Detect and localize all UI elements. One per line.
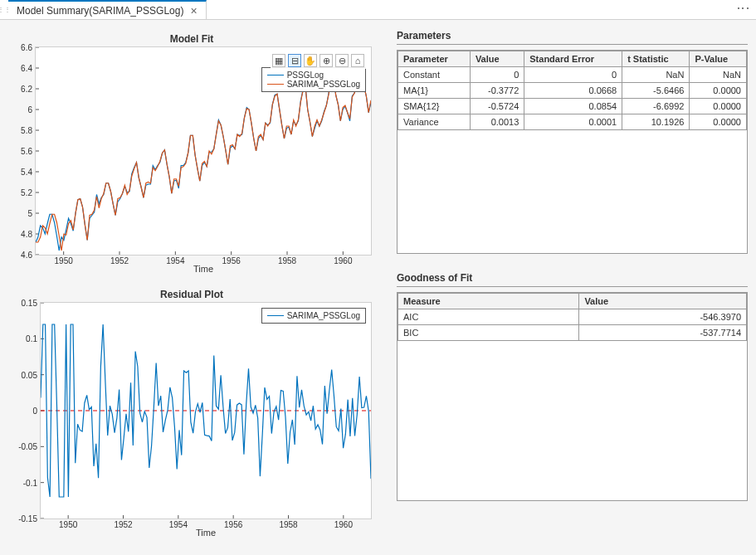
y-tick-label: 5.6 bbox=[21, 147, 36, 156]
y-tick-label: 4.6 bbox=[21, 251, 36, 260]
legend[interactable]: PSSGLog SARIMA_PSSGLog bbox=[261, 67, 366, 92]
legend-item: SARIMA_PSSGLog bbox=[267, 311, 360, 320]
column-header[interactable]: Standard Error bbox=[524, 51, 622, 67]
column-header[interactable]: P-Value bbox=[690, 51, 747, 67]
content-area: Model Fit ▦ ⊟ ✋ ⊕ ⊖ ⌂ PSSGLog SARIMA_PSS… bbox=[0, 20, 756, 555]
table-row[interactable]: MA{1}-0.37720.0668-5.64660.0000 bbox=[398, 83, 747, 99]
parameters-block: ParameterValueStandard Errort StatisticP… bbox=[397, 50, 748, 254]
y-tick-label: -0.05 bbox=[18, 442, 41, 451]
tab-label: Model Summary(SARIMA_PSSGLog) bbox=[17, 5, 183, 17]
zoom-out-icon[interactable]: ⊖ bbox=[335, 54, 349, 67]
tab-model-summary[interactable]: Model Summary(SARIMA_PSSGLog) × bbox=[8, 0, 207, 19]
tab-bar: ⋮⋮ Model Summary(SARIMA_PSSGLog) × ⋮ bbox=[0, 0, 756, 20]
y-tick-label: 6 bbox=[27, 105, 36, 114]
chart-toolbar: ▦ ⊟ ✋ ⊕ ⊖ ⌂ bbox=[271, 52, 366, 69]
more-options-icon[interactable]: ⋮ bbox=[735, 2, 751, 12]
parameters-section: Parameters ParameterValueStandard Errort… bbox=[397, 30, 748, 254]
grid-icon[interactable]: ▦ bbox=[272, 54, 285, 67]
goodness-block: MeasureValue AIC-546.3970BIC-537.7714 bbox=[397, 292, 748, 501]
column-header[interactable]: Measure bbox=[398, 294, 579, 309]
y-tick-label: 5 bbox=[27, 209, 36, 218]
y-tick-label: 5.8 bbox=[21, 126, 36, 135]
plot-svg bbox=[41, 303, 371, 518]
residual-container: Residual Plot SARIMA_PSSGLog -0.15-0.1-0… bbox=[5, 285, 378, 543]
y-tick-label: 0.1 bbox=[26, 334, 41, 343]
legend-label: PSSGLog bbox=[287, 71, 324, 80]
y-tick-label: 6.6 bbox=[21, 43, 36, 52]
column-header[interactable]: Value bbox=[579, 294, 747, 309]
table-row[interactable]: AIC-546.3970 bbox=[398, 309, 747, 325]
home-icon[interactable]: ⌂ bbox=[351, 54, 364, 67]
zoom-in-icon[interactable]: ⊕ bbox=[319, 54, 333, 67]
table-row[interactable]: BIC-537.7714 bbox=[398, 325, 747, 341]
parameters-table: ParameterValueStandard Errort StatisticP… bbox=[398, 51, 747, 130]
tables-column: Parameters ParameterValueStandard Errort… bbox=[397, 30, 748, 547]
y-tick-label: -0.1 bbox=[23, 478, 41, 487]
legend-item: SARIMA_PSSGLog bbox=[267, 80, 360, 89]
y-tick-label: 0.15 bbox=[22, 299, 41, 308]
legend-label: SARIMA_PSSGLog bbox=[287, 80, 360, 89]
section-title: Parameters bbox=[397, 30, 748, 45]
y-tick-label: 0 bbox=[32, 407, 41, 416]
residual-chart[interactable]: SARIMA_PSSGLog -0.15-0.1-0.0500.050.10.1… bbox=[40, 302, 372, 519]
y-tick-label: 6.2 bbox=[21, 85, 36, 94]
section-title: Goodness of Fit bbox=[397, 272, 748, 287]
column-header[interactable]: Value bbox=[470, 51, 524, 67]
tab-drag-handle[interactable]: ⋮⋮ bbox=[0, 0, 8, 19]
x-axis-label: Time bbox=[35, 264, 372, 274]
model-fit-container: Model Fit ▦ ⊟ ✋ ⊕ ⊖ ⌂ PSSGLog SARIMA_PSS… bbox=[5, 30, 378, 279]
table-row[interactable]: SMA{12}-0.57240.0854-6.69920.0000 bbox=[398, 99, 747, 114]
charts-column: Model Fit ▦ ⊟ ✋ ⊕ ⊖ ⌂ PSSGLog SARIMA_PSS… bbox=[5, 30, 378, 547]
model-fit-chart[interactable]: ▦ ⊟ ✋ ⊕ ⊖ ⌂ PSSGLog SARIMA_PSSGLog 4.64.… bbox=[35, 46, 372, 256]
table-row[interactable]: Variance0.00130.000110.19260.0000 bbox=[398, 114, 747, 130]
y-tick-label: 5.4 bbox=[21, 168, 36, 177]
x-axis-label: Time bbox=[40, 528, 372, 538]
chart-title: Residual Plot bbox=[5, 289, 378, 300]
goodness-table: MeasureValue AIC-546.3970BIC-537.7714 bbox=[398, 293, 747, 341]
goodness-section: Goodness of Fit MeasureValue AIC-546.397… bbox=[397, 272, 748, 501]
close-icon[interactable]: × bbox=[190, 4, 197, 17]
table-row[interactable]: Constant00NaNNaN bbox=[398, 67, 747, 83]
column-header[interactable]: t Statistic bbox=[622, 51, 690, 67]
brush-icon[interactable]: ⊟ bbox=[288, 54, 301, 67]
y-tick-label: 0.05 bbox=[22, 370, 41, 379]
y-tick-label: 4.8 bbox=[21, 230, 36, 239]
y-tick-label: -0.15 bbox=[18, 514, 41, 523]
y-tick-label: 5.2 bbox=[21, 188, 36, 197]
legend-item: PSSGLog bbox=[267, 71, 360, 80]
y-tick-label: 6.4 bbox=[21, 64, 36, 73]
legend-label: SARIMA_PSSGLog bbox=[287, 311, 360, 320]
column-header[interactable]: Parameter bbox=[398, 51, 471, 67]
legend[interactable]: SARIMA_PSSGLog bbox=[261, 308, 366, 324]
pan-icon[interactable]: ✋ bbox=[304, 54, 317, 67]
chart-title: Model Fit bbox=[5, 33, 378, 45]
